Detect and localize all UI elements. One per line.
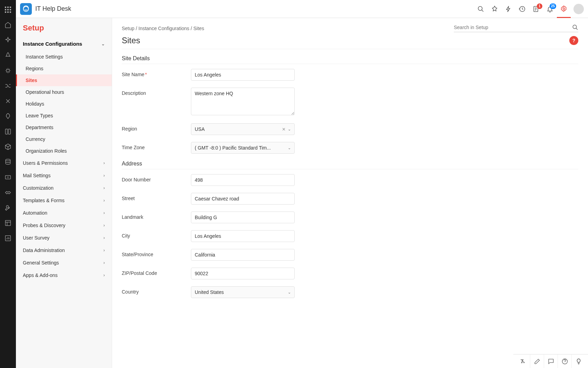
- tasks-icon[interactable]: 1: [529, 2, 543, 16]
- svg-point-18: [573, 25, 577, 29]
- setup-sidebar: Setup Instance Configurations ⌄ Instance…: [16, 18, 112, 368]
- sidebar-group-customization[interactable]: Customization›: [16, 182, 112, 194]
- sidebar-item-instance-settings[interactable]: Instance Settings: [16, 51, 112, 63]
- input-site-name[interactable]: [191, 69, 295, 81]
- sidebar-item-departments[interactable]: Departments: [16, 122, 112, 133]
- sidebar-group-probes[interactable]: Probes & Discovery›: [16, 219, 112, 232]
- chevron-down-icon: ⌄: [101, 42, 105, 46]
- sidebar-item-leave-types[interactable]: Leave Types: [16, 110, 112, 122]
- lightbulb-icon[interactable]: [571, 354, 585, 368]
- rocket-icon[interactable]: [4, 112, 12, 120]
- chevron-right-icon: ›: [103, 248, 105, 253]
- bell-icon[interactable]: 25: [543, 2, 557, 16]
- sidebar-item-regions[interactable]: Regions: [16, 63, 112, 74]
- input-description[interactable]: Western zone HQ: [191, 88, 295, 115]
- input-landmark[interactable]: [191, 212, 295, 223]
- sidebar-group-instance[interactable]: Instance Configurations ⌄: [16, 37, 112, 51]
- svg-rect-2: [10, 7, 11, 8]
- help-circle-icon[interactable]: [558, 354, 571, 368]
- pin-icon[interactable]: [4, 51, 12, 60]
- search-icon[interactable]: [474, 2, 488, 16]
- page-title: Sites: [122, 36, 140, 45]
- sidebar-item-sites[interactable]: Sites: [16, 74, 112, 86]
- select-timezone[interactable]: ( GMT -8:0 ) Pacific Standard Tim... ⌄: [191, 142, 295, 154]
- notif-badge: 25: [550, 3, 556, 9]
- label-door: Door Number: [122, 174, 191, 182]
- wrench-icon[interactable]: [4, 204, 12, 212]
- sidebar-group-templates[interactable]: Templates & Forms›: [16, 194, 112, 207]
- section-address: Address: [122, 161, 578, 169]
- message-icon[interactable]: [544, 354, 558, 368]
- home-icon[interactable]: [4, 21, 12, 29]
- input-state[interactable]: [191, 249, 295, 261]
- label-site-name: Site Name*: [122, 69, 191, 77]
- tools-icon[interactable]: [4, 97, 12, 105]
- chevron-right-icon: ›: [103, 173, 105, 178]
- sidebar-group-apps[interactable]: Apps & Add-ons›: [16, 269, 112, 281]
- book-icon[interactable]: [4, 127, 12, 136]
- label-country: Country: [122, 286, 191, 295]
- sidebar-item-org-roles[interactable]: Organization Roles: [16, 145, 112, 157]
- chevron-right-icon: ›: [103, 186, 105, 190]
- edit-icon[interactable]: [530, 354, 544, 368]
- pin2-icon[interactable]: [488, 2, 502, 16]
- label-timezone: Time Zone: [122, 142, 191, 150]
- database-icon[interactable]: [4, 158, 12, 166]
- svg-rect-1: [7, 7, 9, 8]
- chevron-right-icon: ›: [103, 260, 105, 265]
- clear-icon[interactable]: ✕: [282, 127, 286, 132]
- cube-icon[interactable]: [4, 143, 12, 151]
- app-logo-icon: [20, 3, 32, 15]
- sidebar-item-currency[interactable]: Currency: [16, 133, 112, 145]
- sidebar-group-survey[interactable]: User Survey›: [16, 232, 112, 244]
- input-street[interactable]: [191, 193, 295, 205]
- sidebar-group-users[interactable]: Users & Permissions›: [16, 157, 112, 169]
- svg-point-15: [478, 6, 483, 10]
- sparkle-icon[interactable]: [4, 36, 12, 44]
- input-city[interactable]: [191, 230, 295, 242]
- bug-icon[interactable]: [4, 66, 12, 75]
- svg-rect-5: [10, 9, 11, 10]
- handshake-icon[interactable]: [4, 188, 12, 197]
- language-icon[interactable]: [516, 354, 530, 368]
- gear-icon[interactable]: [557, 0, 571, 18]
- svg-point-9: [7, 69, 9, 72]
- sidebar-group-automation[interactable]: Automation›: [16, 207, 112, 219]
- sidebar-item-holidays[interactable]: Holidays: [16, 98, 112, 110]
- label-city: City: [122, 230, 191, 239]
- input-zip[interactable]: [191, 268, 295, 279]
- svg-rect-3: [5, 9, 6, 10]
- avatar[interactable]: [573, 4, 584, 14]
- input-door[interactable]: [191, 174, 295, 186]
- bolt-icon[interactable]: [502, 2, 515, 16]
- label-zip: ZIP/Postal Code: [122, 268, 191, 276]
- sidebar-group-mail[interactable]: Mail Settings›: [16, 169, 112, 182]
- money-icon[interactable]: [4, 173, 12, 181]
- svg-rect-8: [10, 11, 11, 13]
- sidebar-group-data-admin[interactable]: Data Administration›: [16, 244, 112, 257]
- topbar: IT Help Desk 1 25: [16, 0, 588, 18]
- svg-rect-0: [5, 7, 6, 8]
- section-site-details: Site Details: [122, 55, 578, 64]
- breadcrumb: Setup / Instance Configurations / Sites: [122, 26, 204, 31]
- app-title: IT Help Desk: [35, 5, 71, 12]
- label-landmark: Landmark: [122, 212, 191, 220]
- shuffle-icon[interactable]: [4, 82, 12, 90]
- chevron-right-icon: ›: [103, 161, 105, 165]
- sidebar-group-general[interactable]: General Settings›: [16, 257, 112, 269]
- svg-point-14: [24, 6, 29, 11]
- layout-icon[interactable]: [4, 219, 12, 227]
- help-button[interactable]: ?: [569, 36, 578, 45]
- chart-icon[interactable]: [4, 234, 12, 242]
- apps-grid-icon[interactable]: [4, 6, 12, 14]
- svg-point-17: [563, 8, 565, 9]
- search-setup-input[interactable]: [454, 25, 572, 30]
- search-setup[interactable]: [454, 24, 578, 32]
- sidebar-group-label: Instance Configurations: [23, 41, 82, 47]
- sidebar-item-operational-hours[interactable]: Operational hours: [16, 86, 112, 98]
- chevron-down-icon: ⌄: [288, 146, 291, 150]
- select-region[interactable]: USA ✕ ⌄: [191, 123, 295, 135]
- label-state: State/Province: [122, 249, 191, 257]
- history-icon[interactable]: [515, 2, 529, 16]
- select-country[interactable]: United States ⌄: [191, 286, 295, 298]
